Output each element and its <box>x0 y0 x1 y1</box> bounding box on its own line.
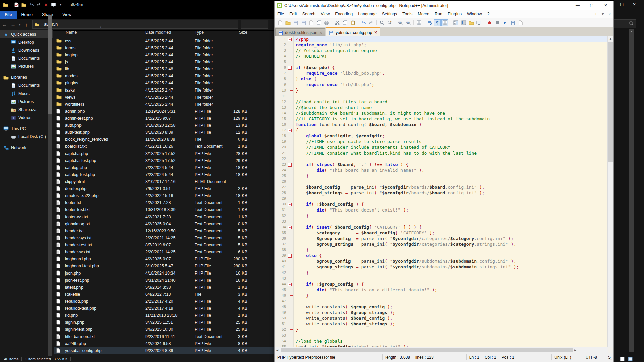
code-line-16[interactable]: 16function load_board_config( $board, $s… <box>275 122 608 127</box>
doc-map-icon[interactable] <box>452 19 459 26</box>
column-header-type[interactable]: Type <box>195 30 204 35</box>
document-tab-yotsuba-config-php[interactable]: yotsuba_config.php✕ <box>326 27 380 36</box>
status-encoding[interactable]: UTF-8 <box>583 354 608 360</box>
file-row-header-txt[interactable]: header.txt12/16/2023 9:50Text Document5 … <box>54 227 274 234</box>
code-line-6[interactable]: 6−if ($use_pdo) { <box>275 65 608 70</box>
fold-margin[interactable]: − <box>288 36 293 42</box>
file-row-catalog-test-php[interactable]: catalog-test.php7/23/2024 5:44PHP File18… <box>54 171 274 178</box>
sidebar-item-local-disk-c-[interactable]: Local Disk (C:) <box>0 133 53 141</box>
show-all-chars-icon[interactable]: ¶ <box>434 19 441 26</box>
sidebar-scrollbar-thumb[interactable] <box>48 15 52 114</box>
file-row-modes[interactable]: modes4/15/2025 2:44File folder <box>54 72 274 79</box>
file-row-globalmsg-txt[interactable]: globalmsg.txt4/2/2025 0:04Text Document0… <box>54 220 274 227</box>
code-line-37[interactable]: 37 $group_strings = parse_ini( "$yconfgd… <box>275 241 608 247</box>
code-line-20[interactable]: 20 //FIXME consider include statements i… <box>275 144 608 150</box>
column-header-date[interactable]: Date modified <box>145 30 171 35</box>
file-row-latest-php[interactable]: latest.php5/3/2014 3:38PHP File1 KB <box>54 284 274 291</box>
fold-collapse-icon[interactable]: − <box>288 66 292 70</box>
tab-close-icon[interactable]: ✕ <box>319 31 322 35</box>
file-row-json-php[interactable]: json.php4/18/2024 18:34PHP File16 KB <box>54 269 274 277</box>
back-button[interactable]: ← <box>0 22 9 27</box>
code-line-23[interactable]: 23− if( strpos( $board, '.' ) !== false … <box>275 162 608 167</box>
hscroll-right-arrow[interactable]: ► <box>573 348 578 352</box>
code-line-54[interactable]: 54//load the globals <box>275 338 608 344</box>
ribbon-tab-view[interactable]: View <box>58 11 76 19</box>
menu-help[interactable]: ? <box>484 10 492 18</box>
function-list-icon[interactable] <box>460 19 467 26</box>
paste-icon[interactable] <box>349 19 356 26</box>
thumbnail-view-toggle[interactable] <box>628 357 633 361</box>
file-row-imgboard-php[interactable]: imgboard.php4/2/2025 0:07PHP File280 KB <box>54 255 274 262</box>
code-line-34[interactable]: 34− if( isset( $board_config[ 'CATEGORY'… <box>275 224 608 230</box>
sidebar-item-desktop[interactable]: Desktop <box>0 38 53 46</box>
sidebar-item-videos[interactable]: Videos <box>0 114 53 122</box>
save-icon[interactable] <box>292 19 299 26</box>
ribbon-tab-home[interactable]: Home <box>17 11 37 19</box>
delete-icon[interactable]: ✕ <box>43 2 49 7</box>
close-all-docs-icon[interactable] <box>315 19 322 26</box>
code-line-36[interactable]: 36 $group_config = parse_ini( "$yconfgdi… <box>275 236 608 241</box>
menu-tools[interactable]: Tools <box>400 10 415 18</box>
forward-button[interactable]: → <box>9 22 17 27</box>
undo-icon[interactable] <box>29 2 34 7</box>
save-macro-icon[interactable] <box>509 19 516 26</box>
sidebar-scrollbar[interactable] <box>48 15 52 362</box>
file-row-rid-php[interactable]: rid.php11/21/2013 23:18PHP File1 KB <box>54 312 274 319</box>
code-line-53[interactable]: 53 <box>275 333 608 338</box>
ribbon-tab-file[interactable]: File <box>0 11 17 19</box>
zoom-in-icon[interactable]: + <box>397 19 404 26</box>
code-line-39[interactable]: 39− else { <box>275 253 608 258</box>
up-button[interactable]: ↑ <box>22 22 31 27</box>
code-line-1[interactable]: 1−<?php <box>275 36 608 42</box>
rename-icon[interactable] <box>51 2 56 7</box>
file-row-auth-php[interactable]: auth.php3/18/2020 12:58PHP File13 KB <box>54 122 274 129</box>
file-row-views[interactable]: views4/15/2025 2:44File folder <box>54 94 274 101</box>
undo-icon[interactable] <box>360 19 367 26</box>
code-line-22[interactable]: 22 <box>275 156 608 162</box>
file-row-xa24tb-php[interactable]: xa24tb.php4/2/2024 6:58PHP File8 KB <box>54 340 274 347</box>
file-row-signin-test-php[interactable]: signin-test.php3/6/2025 10:30PHP File25 … <box>54 326 274 333</box>
file-row-header-ws-txt[interactable]: header-ws.txt2/20/2021 14:25Text Documen… <box>54 248 274 255</box>
sync-scroll-icon[interactable] <box>415 19 422 26</box>
sidebar-item-documents[interactable]: Documents <box>0 81 53 89</box>
tab-list-chevron-icon[interactable]: ▼ <box>601 12 605 16</box>
file-row-captcha-php[interactable]: captcha.php3/18/2025 17:52PHP File28 KB <box>54 150 274 157</box>
code-line-32[interactable]: 32 } <box>275 213 608 219</box>
recent-locations-chevron[interactable]: ▾ <box>17 23 22 26</box>
find-icon[interactable] <box>378 19 385 26</box>
vscroll-up-arrow[interactable]: ▲ <box>608 36 613 41</box>
code-line-26[interactable]: 26 <box>275 179 608 184</box>
folder-icon[interactable] <box>3 2 8 7</box>
indent-guide-icon[interactable] <box>441 19 448 26</box>
code-line-29[interactable]: 29 <box>275 196 608 201</box>
menu-language[interactable]: Language <box>355 10 379 18</box>
npp-close-button[interactable]: ✕ <box>599 1 613 10</box>
code-line-5[interactable]: 5 <box>275 59 608 65</box>
menu-run[interactable]: Run <box>432 10 445 18</box>
code-line-2[interactable]: 2require_once 'lib/ini.php'; <box>275 42 608 48</box>
file-row-captcha-test-php[interactable]: captcha-test.php3/18/2025 17:52PHP File2… <box>54 157 274 164</box>
fold-margin[interactable]: − <box>288 224 293 230</box>
sidebar-item-this-pc[interactable]: This PC <box>0 125 53 133</box>
redo-icon[interactable] <box>36 2 41 7</box>
menu-encoding[interactable]: Encoding <box>332 10 355 18</box>
zoom-out-icon[interactable]: − <box>405 19 412 26</box>
file-list-scrollbar[interactable]: ▲ <box>629 29 634 352</box>
file-row-admin-php[interactable]: admin.php12/19/2024 5:31PHP File128 KB <box>54 108 274 115</box>
code-line-4[interactable]: 4// HOEHOEPA! <box>275 53 608 59</box>
sidebar-item-libraries[interactable]: Libraries <box>0 73 53 81</box>
monitor-icon[interactable] <box>475 19 482 26</box>
npp-maximize-button[interactable]: ▢ <box>585 1 599 10</box>
code-line-33[interactable]: 33 <box>275 219 608 224</box>
code-line-43[interactable]: 43 <box>275 276 608 281</box>
file-row-rebuildd-php[interactable]: rebuildd.php2/23/2017 4:20PHP File4 KB <box>54 298 274 305</box>
file-row-css[interactable]: css4/15/2025 2:44File folder <box>54 37 274 44</box>
fold-collapse-icon[interactable]: − <box>288 254 292 258</box>
code-line-11[interactable]: 11 <box>275 93 608 99</box>
code-line-27[interactable]: 27 $board_config = parse_ini( "$yconfgdi… <box>275 184 608 190</box>
properties-icon[interactable] <box>14 2 19 7</box>
column-header-size[interactable]: Size <box>211 30 247 35</box>
details-view-toggle[interactable] <box>620 357 625 361</box>
cut-icon[interactable] <box>334 19 341 26</box>
open-folder-icon[interactable] <box>284 19 291 26</box>
